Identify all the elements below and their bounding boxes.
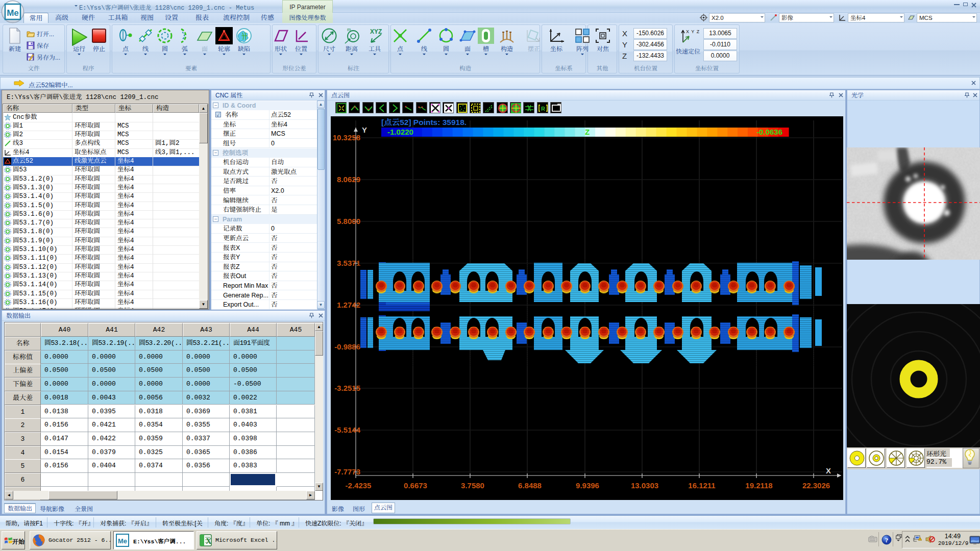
svg-text:R: R <box>541 106 545 112</box>
svg-text:10.3258: 10.3258 <box>333 133 360 142</box>
svg-text:[点云52] Points: 35918.: [点云52] Points: 35918. <box>381 118 467 127</box>
svg-text:1.2742: 1.2742 <box>337 300 360 309</box>
svg-text:3.7580: 3.7580 <box>461 481 484 490</box>
svg-text:?: ? <box>885 536 889 544</box>
svg-text:XYZ: XYZ <box>370 28 382 35</box>
svg-text:3.5371: 3.5371 <box>337 259 360 267</box>
svg-text:-1.0220: -1.0220 <box>387 128 413 136</box>
svg-text:-0.9886: -0.9886 <box>334 342 360 351</box>
svg-text:Z: Z <box>585 128 590 136</box>
svg-text:!: ! <box>920 538 920 541</box>
svg-text:22.3026: 22.3026 <box>802 481 830 490</box>
svg-text:X Y Z: X Y Z <box>686 29 699 34</box>
svg-text:Me: Me <box>118 537 127 545</box>
svg-text:9.9396: 9.9396 <box>576 481 599 490</box>
svg-text:5.8000: 5.8000 <box>337 217 360 226</box>
svg-text:-5.5144: -5.5144 <box>334 425 361 434</box>
svg-text:X: X <box>206 537 212 545</box>
svg-text:0.6673: 0.6673 <box>404 481 427 490</box>
svg-text:-3.2515: -3.2515 <box>334 384 360 392</box>
svg-text:-2.4235: -2.4235 <box>346 481 372 490</box>
svg-text:Me: Me <box>7 8 19 18</box>
svg-text:8.0629: 8.0629 <box>337 175 360 184</box>
svg-text:6.8488: 6.8488 <box>518 481 542 490</box>
svg-text:19.2118: 19.2118 <box>745 481 772 490</box>
svg-text:13.0303: 13.0303 <box>631 481 658 490</box>
svg-text:16.1211: 16.1211 <box>688 481 715 490</box>
svg-text:X: X <box>826 466 831 475</box>
svg-text:Y: Y <box>362 126 367 134</box>
svg-text:-7.7773: -7.7773 <box>334 467 360 476</box>
svg-text:-0.0636: -0.0636 <box>756 128 782 136</box>
